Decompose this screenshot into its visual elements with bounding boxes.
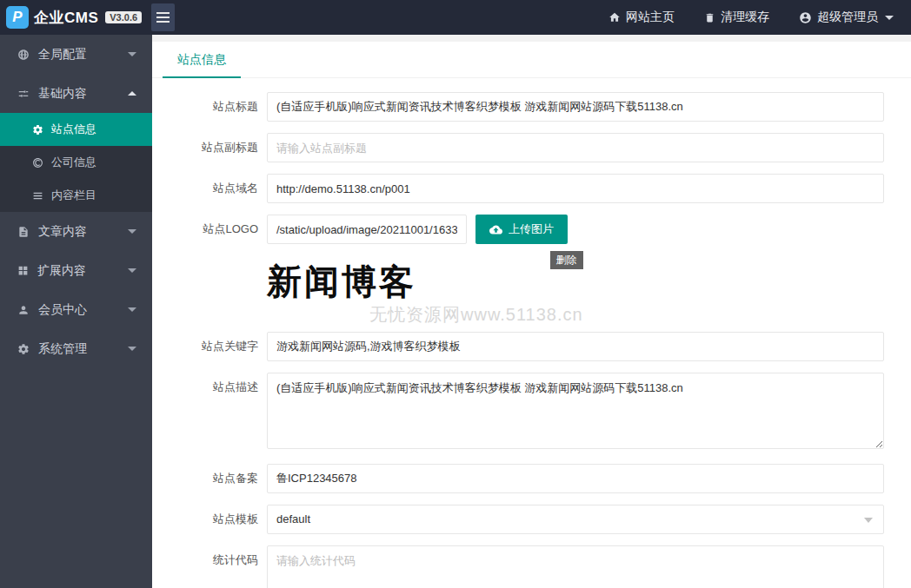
- content-panel: 站点信息 站点标题 站点副标题 站点域名 站点LOGO 上传图片: [152, 42, 911, 588]
- form-row: 统计代码: [152, 545, 911, 588]
- sliders-icon: [17, 88, 30, 100]
- hamburger-icon: [156, 12, 170, 14]
- sidebar-item-label: 站点信息: [51, 122, 96, 137]
- form-row: 站点LOGO 上传图片: [152, 215, 911, 244]
- app-logo-icon: P: [6, 6, 29, 29]
- clear-cache-button[interactable]: 清理缓存: [704, 10, 769, 25]
- form-row: 站点域名: [152, 174, 911, 203]
- person-icon: [17, 304, 30, 316]
- site-title-input[interactable]: [267, 92, 884, 122]
- site-domain-label: 站点域名: [152, 174, 267, 203]
- chevron-down-icon: [128, 347, 136, 351]
- list-icon: [32, 190, 43, 202]
- site-icp-label: 站点备案: [152, 464, 267, 493]
- chevron-down-icon: [128, 52, 136, 56]
- tab-bar: 站点信息: [152, 42, 911, 78]
- sidebar-item-site-info[interactable]: 站点信息: [0, 113, 152, 146]
- site-domain-input[interactable]: [267, 174, 884, 203]
- admin-user-label: 超级管理员: [817, 10, 878, 25]
- admin-user-menu[interactable]: 超级管理员: [799, 10, 894, 25]
- chevron-down-icon: [864, 518, 873, 523]
- site-keywords-label: 站点关键字: [152, 332, 267, 361]
- sidebar-item-content-columns[interactable]: 内容栏目: [0, 179, 152, 212]
- sidebar-item-label: 会员中心: [38, 302, 87, 318]
- globe-icon: [17, 49, 30, 61]
- chevron-up-icon: [128, 91, 136, 96]
- logo-preview-image: 新闻博客: [267, 261, 583, 301]
- sidebar-item-label: 内容栏目: [51, 188, 96, 203]
- cloud-upload-icon: [489, 223, 502, 236]
- version-badge: V3.0.6: [105, 11, 142, 23]
- logo-watermark-text: 无忧资源网www.51138.cn: [369, 303, 583, 327]
- site-logo-label: 站点LOGO: [152, 215, 267, 244]
- delete-image-button[interactable]: 删除: [550, 251, 583, 269]
- sidebar-item-system-management[interactable]: 系统管理: [0, 329, 152, 368]
- file-icon: [17, 226, 30, 238]
- form-row: 站点备案: [152, 464, 911, 493]
- form-row: 站点副标题: [152, 133, 911, 162]
- form-row: 站点描述 (自适应手机版)响应式新闻资讯技术博客织梦模板 游戏新闻网站源码下载5…: [152, 373, 911, 449]
- user-circle-icon: [799, 11, 812, 24]
- site-icp-input[interactable]: [267, 464, 884, 493]
- logo-preview: 删除 新闻博客 无忧资源网www.51138.cn: [267, 251, 583, 327]
- sidebar-item-label: 文章内容: [38, 224, 87, 240]
- upload-image-button[interactable]: 上传图片: [475, 215, 568, 244]
- clear-cache-label: 清理缓存: [721, 10, 769, 25]
- site-keywords-input[interactable]: [267, 332, 884, 361]
- sidebar-toggle-button[interactable]: [151, 3, 175, 31]
- stats-code-textarea[interactable]: [267, 545, 884, 588]
- site-description-label: 站点描述: [152, 373, 267, 402]
- tab-site-info[interactable]: 站点信息: [163, 42, 241, 78]
- main-content: 站点信息 站点标题 站点副标题 站点域名 站点LOGO 上传图片: [152, 35, 911, 588]
- sidebar-item-label: 基础内容: [38, 86, 87, 102]
- sidebar-item-label: 扩展内容: [37, 263, 86, 279]
- app-title: 企业CMS: [34, 8, 98, 28]
- sidebar-submenu-basic-content: 站点信息 公司信息 内容栏目: [0, 113, 152, 212]
- sidebar-item-basic-content[interactable]: 基础内容: [0, 74, 152, 113]
- copyright-icon: [32, 157, 43, 168]
- chevron-down-icon: [128, 307, 136, 312]
- form-row: 站点标题: [152, 92, 911, 122]
- site-template-select[interactable]: default: [267, 505, 884, 534]
- sidebar: 全局配置 基础内容 站点信息 公司信息 内容栏目 文章内容 扩展内容 会员中心: [0, 35, 152, 588]
- site-template-value: default: [276, 512, 310, 525]
- home-icon: [608, 11, 621, 23]
- gear-icon: [32, 124, 43, 135]
- site-home-label: 网站主页: [626, 10, 675, 25]
- chevron-down-icon: [885, 16, 894, 20]
- site-title-label: 站点标题: [152, 92, 267, 122]
- form-row: 站点模板 default: [152, 505, 911, 534]
- site-info-form: 站点标题 站点副标题 站点域名 站点LOGO 上传图片: [152, 78, 911, 588]
- form-row: 站点关键字: [152, 332, 911, 361]
- sidebar-item-label: 公司信息: [51, 155, 96, 170]
- site-subtitle-label: 站点副标题: [152, 133, 267, 162]
- site-template-label: 站点模板: [152, 505, 267, 534]
- site-logo-input[interactable]: [267, 215, 467, 244]
- sidebar-item-article-content[interactable]: 文章内容: [0, 212, 152, 251]
- sidebar-item-label: 系统管理: [38, 341, 87, 357]
- chevron-down-icon: [128, 268, 136, 273]
- chevron-down-icon: [128, 229, 136, 234]
- header: P 企业CMS V3.0.6 网站主页 清理缓存 超级管理员: [0, 0, 911, 35]
- gear-icon: [17, 343, 30, 355]
- sidebar-item-label: 全局配置: [38, 47, 87, 63]
- header-nav: 网站主页 清理缓存 超级管理员: [608, 10, 911, 25]
- trash-icon: [704, 12, 715, 23]
- sidebar-item-member-center[interactable]: 会员中心: [0, 290, 152, 329]
- sidebar-item-extended-content[interactable]: 扩展内容: [0, 251, 152, 290]
- sidebar-item-global-config[interactable]: 全局配置: [0, 35, 152, 74]
- hamburger-icon: [156, 21, 170, 23]
- app-brand: P 企业CMS V3.0.6: [0, 6, 151, 29]
- site-subtitle-input[interactable]: [267, 133, 884, 162]
- site-home-link[interactable]: 网站主页: [608, 10, 675, 25]
- upload-image-label: 上传图片: [509, 221, 554, 237]
- site-description-textarea[interactable]: (自适应手机版)响应式新闻资讯技术博客织梦模板 游戏新闻网站源码下载51138.…: [267, 373, 884, 449]
- sidebar-item-company-info[interactable]: 公司信息: [0, 146, 152, 179]
- logo-preview-row: 删除 新闻博客 无忧资源网www.51138.cn: [152, 251, 911, 327]
- hamburger-icon: [156, 17, 170, 18]
- stats-code-label: 统计代码: [152, 545, 267, 575]
- grid-icon: [17, 265, 29, 276]
